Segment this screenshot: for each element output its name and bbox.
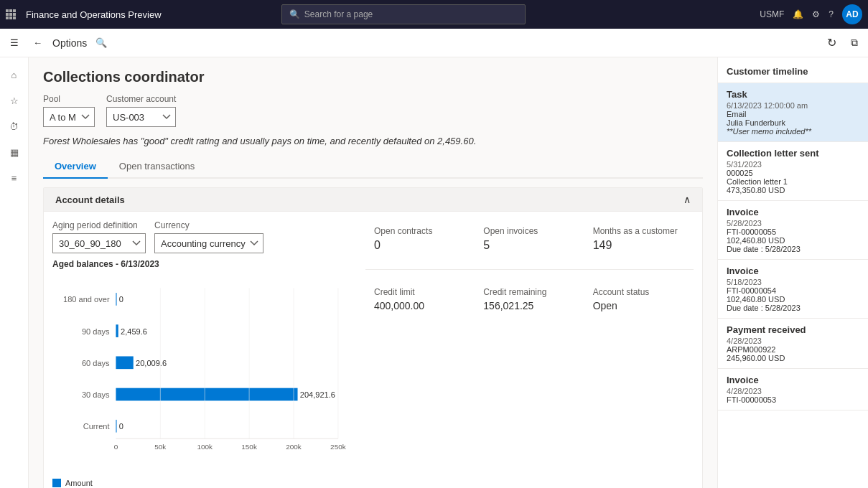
timeline-item-1-type: Collection letter sent — [727, 148, 859, 159]
app-grid-icon[interactable] — [6, 9, 17, 20]
card-header-title: Account details — [55, 194, 125, 205]
timeline-item-0[interactable]: Task 6/13/2023 12:00:00 am Email Julia F… — [718, 83, 868, 142]
timeline-item-0-line3: **User memo included** — [727, 127, 859, 136]
card-body: Aging period definition 30_60_90_180 Cur… — [44, 212, 702, 488]
open-invoices-value: 5 — [483, 239, 575, 252]
open-contracts-value: 0 — [374, 239, 466, 252]
svg-rect-5 — [116, 293, 116, 306]
currency-group: Currency Accounting currency — [154, 220, 263, 253]
aging-period-select[interactable]: 30_60_90_180 — [52, 233, 146, 253]
legend-label: Amount — [65, 479, 93, 487]
timeline-item-2-line2: 102,460.80 USD — [727, 236, 859, 245]
left-sidebar: ⌂ ☆ ⏱ ▦ ≡ — [0, 57, 29, 488]
open-invoices-label: Open invoices — [483, 226, 575, 236]
notification-icon[interactable]: 🔔 — [793, 9, 803, 19]
sidebar-star-icon[interactable]: ☆ — [3, 89, 26, 112]
sidebar-workspace-icon[interactable]: ▦ — [3, 141, 26, 164]
search-icon: 🔍 — [289, 9, 300, 19]
timeline-item-2-type: Invoice — [727, 207, 859, 217]
sidebar-modules-icon[interactable]: ≡ — [3, 166, 26, 189]
svg-text:100k: 100k — [197, 443, 213, 451]
svg-text:0: 0 — [119, 422, 123, 431]
timeline-item-3-line2: 102,460.80 USD — [727, 295, 859, 304]
timeline-item-4-line2: 245,960.00 USD — [727, 354, 859, 362]
timeline-item-3[interactable]: Invoice 5/18/2023 FTI-00000054 102,460.8… — [718, 260, 868, 319]
svg-text:180 and over: 180 and over — [63, 295, 110, 304]
top-bar: Finance and Operations Preview 🔍 Search … — [0, 0, 868, 29]
card-collapse-button[interactable]: ∧ — [683, 194, 691, 205]
credit-remaining-stat: Credit remaining 156,021.25 — [475, 281, 584, 317]
timeline-item-3-type: Invoice — [727, 266, 859, 276]
pool-select[interactable]: A to M N to Z — [43, 107, 95, 127]
card-header: Account details ∧ — [44, 188, 702, 212]
page-title: Collections coordinator — [43, 69, 703, 85]
months-stat: Months as a customer 149 — [584, 220, 694, 258]
main-content: Collections coordinator Pool A to M N to… — [29, 57, 717, 488]
currency-select[interactable]: Accounting currency — [154, 233, 263, 253]
refresh-button[interactable]: ↻ — [823, 33, 841, 52]
aging-period-group: Aging period definition 30_60_90_180 — [52, 220, 146, 253]
account-details-card: Account details ∧ Aging period definitio… — [43, 187, 703, 488]
svg-rect-9 — [116, 420, 116, 433]
back-button[interactable]: ← — [29, 34, 47, 51]
svg-rect-8 — [116, 388, 297, 401]
avatar[interactable]: AD — [842, 4, 862, 24]
timeline-item-2-date: 5/28/2023 — [727, 219, 859, 227]
right-panel: Customer timeline Task 6/13/2023 12:00:0… — [717, 57, 868, 488]
account-status-stat: Account status Open — [584, 281, 694, 317]
timeline-title: Customer timeline — [718, 57, 868, 83]
credit-limit-label: Credit limit — [374, 287, 466, 297]
help-icon[interactable]: ? — [829, 9, 834, 19]
timeline-item-5-type: Invoice — [727, 375, 859, 385]
legend-color-box — [52, 479, 61, 487]
timeline-item-1[interactable]: Collection letter sent 5/31/2023 000025 … — [718, 142, 868, 201]
aging-period-label: Aging period definition — [52, 220, 146, 230]
sidebar-home-icon[interactable]: ⌂ — [3, 63, 26, 86]
svg-rect-6 — [116, 324, 118, 337]
customer-account-group: Customer account US-003 US-004 — [106, 94, 176, 127]
second-bar: ☰ ← Options 🔍 ↻ ⧉ — [0, 29, 868, 57]
app-title: Finance and Operations Preview — [26, 9, 162, 20]
chart-controls: Aging period definition 30_60_90_180 Cur… — [52, 220, 354, 253]
search-nav-icon[interactable]: 🔍 — [95, 37, 107, 48]
customer-account-select[interactable]: US-003 US-004 — [106, 107, 176, 127]
svg-text:50k: 50k — [154, 443, 166, 451]
stats-grid-bottom: Credit limit 400,000.00 Credit remaining… — [365, 281, 694, 317]
months-value: 149 — [593, 239, 685, 252]
svg-text:2,459.6: 2,459.6 — [121, 327, 147, 336]
timeline-item-0-line2: Julia Funderburk — [727, 118, 859, 127]
tabs: Overview Open transactions — [43, 155, 703, 179]
open-contracts-stat: Open contracts 0 — [365, 220, 475, 258]
open-invoices-stat: Open invoices 5 — [475, 220, 584, 258]
timeline-item-1-date: 5/31/2023 — [727, 160, 859, 169]
timeline-item-2-line1: FTI-00000055 — [727, 227, 859, 236]
tab-overview[interactable]: Overview — [43, 155, 108, 179]
timeline-item-5[interactable]: Invoice 4/28/2023 FTI-00000053 — [718, 369, 868, 410]
timeline-item-1-line1: 000025 — [727, 169, 859, 177]
settings-icon[interactable]: ⚙ — [812, 9, 820, 19]
options-label: Options — [52, 37, 87, 49]
svg-rect-7 — [116, 356, 133, 369]
timeline-item-2[interactable]: Invoice 5/28/2023 FTI-00000055 102,460.8… — [718, 201, 868, 260]
user-region: USMF — [760, 9, 784, 19]
svg-text:Current: Current — [83, 422, 110, 431]
timeline-item-5-date: 4/28/2023 — [727, 387, 859, 395]
chart-legend: Amount — [52, 479, 354, 487]
second-bar-actions: ↻ ⧉ — [823, 33, 862, 52]
timeline-item-2-line3: Due date : 5/28/2023 — [727, 245, 859, 253]
sidebar-recent-icon[interactable]: ⏱ — [3, 115, 26, 138]
global-search[interactable]: 🔍 Search for a page — [281, 4, 526, 24]
chart-container: 180 and over 90 days 60 days 30 days Cur… — [52, 275, 354, 476]
credit-limit-value: 400,000.00 — [374, 300, 466, 311]
open-contracts-label: Open contracts — [374, 226, 466, 236]
svg-text:150k: 150k — [241, 443, 257, 451]
svg-text:90 days: 90 days — [82, 327, 110, 336]
tab-open-transactions[interactable]: Open transactions — [108, 155, 207, 179]
timeline-item-3-line3: Due date : 5/28/2023 — [727, 304, 859, 312]
hamburger-button[interactable]: ☰ — [6, 34, 23, 51]
open-in-new-button[interactable]: ⧉ — [846, 33, 862, 52]
svg-text:30 days: 30 days — [82, 390, 110, 399]
timeline-item-4[interactable]: Payment received 4/28/2023 ARPM000922 24… — [718, 319, 868, 369]
info-banner: Forest Wholesales has "good" credit rati… — [43, 136, 703, 146]
pool-group: Pool A to M N to Z — [43, 94, 95, 127]
